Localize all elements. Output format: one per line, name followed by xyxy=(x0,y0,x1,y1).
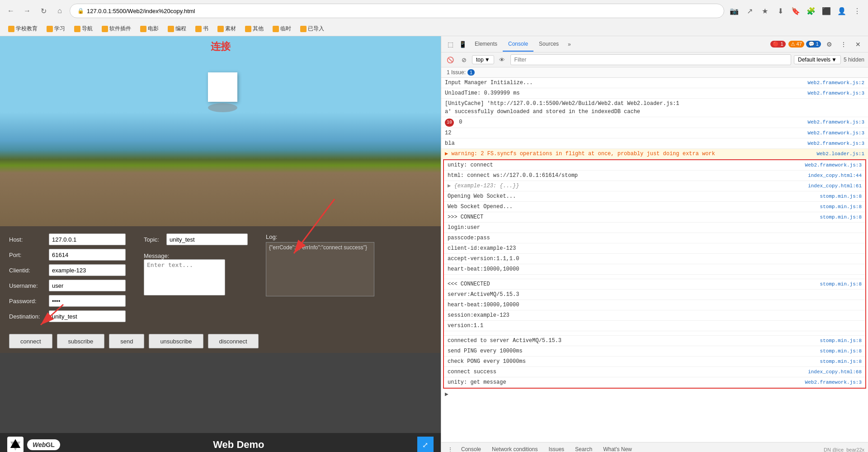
refresh-button[interactable]: ↻ xyxy=(37,5,50,17)
window-icon[interactable]: ⬛ xyxy=(820,5,833,17)
profile-icon[interactable]: 👤 xyxy=(835,5,848,17)
devtools-tabs: ⬚ 📱 Elements Console Sources » 🔴 1 ⚠ 47 … xyxy=(441,36,868,52)
unsubscribe-button[interactable]: unsubscribe xyxy=(149,334,203,348)
console-line-text: connected to server ActiveMQ/5.15.3 xyxy=(448,337,816,345)
host-input[interactable] xyxy=(49,233,126,245)
extension1-icon[interactable]: 🔖 xyxy=(789,5,802,17)
bookmark-icon[interactable]: ★ xyxy=(759,5,771,17)
console-line: 12 Web2.framework.js:3 xyxy=(441,128,868,138)
console-line: heart-beat:10000,10000 xyxy=(444,300,865,310)
settings-icon[interactable]: ⚙ xyxy=(823,38,835,51)
filter-button[interactable]: ⊘ xyxy=(458,54,469,65)
browser-chrome: ← → ↻ ⌂ 🔒 127.0.0.1:5500/Web2/index%20co… xyxy=(0,0,868,36)
fullscreen-button[interactable]: ⤢ xyxy=(417,437,434,452)
console-line-text: 12 xyxy=(445,129,804,137)
connect-button[interactable]: connect xyxy=(9,334,52,348)
console-line-source[interactable]: stomp.min.js:8 xyxy=(820,347,862,355)
buttons-row: connect subscribe send unsubscribe disco… xyxy=(0,329,441,353)
back-button[interactable]: ← xyxy=(5,5,17,17)
console-line-source[interactable]: stomp.min.js:8 xyxy=(820,357,862,366)
extension2-icon[interactable]: 🧩 xyxy=(805,5,817,17)
console-line-source[interactable]: Web2.framework.js:3 xyxy=(808,139,864,147)
send-button[interactable]: send xyxy=(109,334,144,348)
bookmark-study[interactable]: 学习 xyxy=(43,24,69,34)
console-line-text: <<< CONNECTED xyxy=(448,280,816,288)
download-icon[interactable]: ⬇ xyxy=(774,5,787,17)
bookmark-imported[interactable]: 已导入 xyxy=(297,24,328,34)
console-line: html: connect ws://127.0.0.1:61614/stomp… xyxy=(444,171,865,181)
tab-sources[interactable]: Sources xyxy=(533,37,564,52)
clear-console-button[interactable]: 🚫 xyxy=(445,54,456,65)
tab-console[interactable]: Console xyxy=(503,37,533,52)
message-textarea[interactable] xyxy=(144,259,225,295)
bottom-tab-network-conditions[interactable]: Network conditions xyxy=(486,443,543,452)
bottom-more-icon[interactable]: ⋮ xyxy=(445,445,456,452)
console-line-source[interactable]: Web2.loader.js:1 xyxy=(816,150,864,158)
close-devtools-icon[interactable]: ✕ xyxy=(852,38,864,51)
username-input[interactable] xyxy=(49,280,126,291)
log-label: Log: xyxy=(266,233,374,240)
devtools-device-icon[interactable]: 📱 xyxy=(456,39,469,50)
forward-button[interactable]: → xyxy=(21,5,33,17)
console-line-text: Web Socket Opened... xyxy=(448,203,816,211)
bookmark-books[interactable]: 书 xyxy=(192,24,212,34)
address-bar[interactable]: 🔒 127.0.0.1:5500/Web2/index%20copy.html xyxy=(70,4,724,18)
clientid-input[interactable] xyxy=(49,264,126,276)
console-line-source[interactable]: Web2.framework.js:3 xyxy=(805,378,862,386)
bookmark-movies[interactable]: 电影 xyxy=(137,24,162,34)
bookmark-coding[interactable]: 编程 xyxy=(164,24,190,34)
console-line-source[interactable]: Web2.framework.js:3 xyxy=(808,118,864,127)
bookmark-other[interactable]: 其他 xyxy=(241,24,267,34)
console-line-source[interactable]: Web2.framework.js:2 xyxy=(808,79,864,87)
console-line-source[interactable]: stomp.min.js:8 xyxy=(820,280,862,288)
password-input[interactable] xyxy=(49,295,126,307)
console-line-source[interactable]: Web2.framework.js:3 xyxy=(808,129,864,137)
bookmark-materials[interactable]: 素材 xyxy=(214,24,240,34)
console-line-source[interactable]: index_copy.html:68 xyxy=(808,368,862,376)
subscribe-button[interactable]: subscribe xyxy=(57,334,105,348)
home-button[interactable]: ⌂ xyxy=(53,5,66,17)
bookmark-plugins-label: 软件插件 xyxy=(109,25,131,33)
port-input[interactable] xyxy=(49,249,126,261)
eye-icon[interactable]: 👁 xyxy=(497,54,508,65)
console-line-text: html: connect ws://127.0.0.1:61614/stomp xyxy=(448,171,804,180)
console-line-source[interactable]: Web2.framework.js:3 xyxy=(805,161,862,169)
console-filter-input[interactable] xyxy=(510,54,791,65)
console-line-source[interactable]: stomp.min.js:8 xyxy=(820,213,862,221)
bottom-tab-issues[interactable]: Issues xyxy=(543,443,570,452)
console-line-text: server:ActiveMQ/5.15.3 xyxy=(448,290,858,299)
console-prompt: ▶ xyxy=(441,389,868,400)
topic-input[interactable] xyxy=(166,233,248,245)
log-section: Log: {"errCode":0,"errInfo":"connect suc… xyxy=(266,233,374,322)
menu-icon[interactable]: ⋮ xyxy=(851,5,863,17)
bottom-tab-console[interactable]: Console xyxy=(456,443,486,452)
console-line-source[interactable]: stomp.min.js:8 xyxy=(820,337,862,345)
bookmark-movies-label: 电影 xyxy=(148,25,159,33)
bookmark-schools[interactable]: 学校教育 xyxy=(5,24,41,34)
disconnect-button[interactable]: disconnect xyxy=(208,334,259,348)
context-selector[interactable]: top ▼ xyxy=(472,55,494,64)
bookmark-temp[interactable]: 临时 xyxy=(269,24,295,34)
bottom-tab-search[interactable]: Search xyxy=(570,443,598,452)
tab-more[interactable]: » xyxy=(564,39,575,49)
tab-elements[interactable]: Elements xyxy=(469,37,503,52)
bookmark-nav[interactable]: 导航 xyxy=(71,24,96,34)
devtools-inspect-icon[interactable]: ⬚ xyxy=(445,39,456,50)
console-line xyxy=(444,331,865,336)
console-line-text: heart-beat:10000,10000 xyxy=(448,265,858,273)
console-line-source[interactable]: stomp.min.js:8 xyxy=(820,192,862,200)
console-line-source[interactable]: index_copy.html:61 xyxy=(808,182,862,190)
bookmark-schools-label: 学校教育 xyxy=(16,25,38,33)
console-line-source[interactable]: index_copy.html:44 xyxy=(808,171,862,180)
destination-input[interactable] xyxy=(49,310,126,322)
levels-selector[interactable]: Default levels ▼ xyxy=(794,55,841,64)
devtools-panel: ⬚ 📱 Elements Console Sources » 🔴 1 ⚠ 47 … xyxy=(441,36,868,452)
console-line: session:example-123 xyxy=(444,310,865,321)
console-line-source[interactable]: Web2.framework.js:3 xyxy=(808,89,864,97)
more-options-icon[interactable]: ⋮ xyxy=(837,38,850,51)
bookmark-plugins[interactable]: 软件插件 xyxy=(98,24,135,34)
bottom-tab-whats-new[interactable]: What's New xyxy=(598,443,637,452)
share-icon[interactable]: ↗ xyxy=(743,5,756,17)
screenshot-icon[interactable]: 📷 xyxy=(728,5,741,17)
console-line-source[interactable]: stomp.min.js:8 xyxy=(820,203,862,211)
